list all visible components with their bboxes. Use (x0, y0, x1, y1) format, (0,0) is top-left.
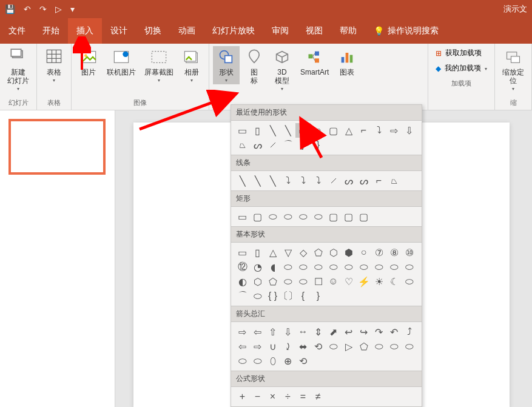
shape-item[interactable]: ♡ (341, 274, 356, 289)
shape-item[interactable]: ⬭ (265, 209, 280, 224)
shape-item[interactable]: ⬠ (265, 274, 280, 289)
shape-item[interactable]: } (295, 138, 311, 152)
shape-item[interactable]: ⑧ (386, 245, 402, 260)
save-icon[interactable]: 💾 (5, 4, 15, 14)
shape-item[interactable]: ▢ (326, 209, 341, 224)
shape-item[interactable]: ▷ (341, 339, 356, 354)
shape-item[interactable]: } (311, 138, 326, 152)
shape-item[interactable]: ⬭ (326, 260, 341, 274)
smartart-button[interactable]: SmartArt (297, 46, 332, 78)
shape-item[interactable]: ⇩ (280, 325, 295, 339)
shape-item[interactable]: ∪ (265, 339, 280, 354)
screenshot-button[interactable]: 屏幕截图 ▾ (141, 46, 177, 84)
shape-item[interactable]: ╲ (235, 173, 250, 188)
shape-item[interactable]: ◐ (235, 274, 250, 289)
new-slide-button[interactable]: 新建 幻灯片 ▾ (4, 46, 33, 93)
redo-icon[interactable]: ↷ (39, 4, 47, 14)
shape-item[interactable]: ⑫ (235, 260, 250, 274)
3d-models-button[interactable]: 3D 模型 ▾ (269, 46, 295, 93)
shape-item[interactable]: ⇩ (402, 123, 417, 138)
shape-item[interactable]: ⟋ (265, 138, 280, 152)
shape-item[interactable]: ⬡ (250, 274, 265, 289)
shape-item[interactable]: ⬭ (235, 354, 250, 368)
shape-item[interactable]: ☀ (371, 274, 386, 289)
shape-item[interactable]: ⤵ (295, 173, 311, 188)
shape-item[interactable]: ⬠ (311, 245, 326, 260)
shape-item[interactable]: ⬭ (295, 209, 311, 224)
shape-item[interactable]: ⬭ (326, 339, 341, 354)
shape-item[interactable]: ⌐ (371, 173, 386, 188)
tab-insert[interactable]: 插入 (68, 18, 102, 44)
shape-item[interactable]: ╲ (280, 123, 295, 138)
shape-item[interactable]: ○ (311, 123, 326, 138)
shape-item[interactable]: ⬭ (371, 260, 386, 274)
shape-item[interactable]: ☾ (386, 274, 402, 289)
shape-item[interactable]: ⏢ (235, 138, 250, 152)
shape-item[interactable]: ⚡ (356, 274, 371, 289)
shape-item[interactable]: ⬭ (295, 260, 311, 274)
shape-item[interactable]: ⬠ (356, 339, 371, 354)
shape-item[interactable]: ᔕ (250, 138, 265, 152)
shape-item[interactable]: ⤵ (371, 123, 386, 138)
shape-item[interactable]: ⬭ (280, 209, 295, 224)
shape-item[interactable]: ▭ (295, 123, 311, 138)
shape-item[interactable]: ⬭ (280, 260, 295, 274)
shape-item[interactable]: ⟋ (326, 173, 341, 188)
shape-item[interactable]: ⬡ (326, 245, 341, 260)
shape-item[interactable]: 〔〕 (280, 289, 295, 303)
zoom-button[interactable]: 缩放定 位 ▾ (499, 46, 528, 93)
shape-item[interactable]: ╲ (265, 173, 280, 188)
online-picture-button[interactable]: 联机图片 (103, 46, 140, 78)
shape-item[interactable]: ▢ (341, 209, 356, 224)
shape-item[interactable]: ⬭ (250, 289, 265, 303)
shape-item[interactable]: ↔ (295, 325, 311, 339)
shape-item[interactable]: ⬭ (402, 260, 417, 274)
shape-item[interactable]: ⬭ (250, 354, 265, 368)
shape-item[interactable]: ⬭ (280, 274, 295, 289)
shape-item[interactable]: ᔕ (341, 173, 356, 188)
shape-item[interactable]: ◔ (250, 260, 265, 274)
shape-item[interactable]: ⇦ (250, 325, 265, 339)
shape-item[interactable]: ⬭ (311, 260, 326, 274)
shape-item[interactable]: △ (265, 245, 280, 260)
shape-item[interactable]: ÷ (280, 389, 295, 404)
shape-item[interactable]: ◇ (295, 245, 311, 260)
slide-thumbnail-1[interactable] (8, 119, 106, 175)
icons-button[interactable]: 图 标 (241, 46, 268, 86)
shape-item[interactable]: ⬭ (356, 260, 371, 274)
shape-item[interactable]: ↩ (341, 325, 356, 339)
shapes-button[interactable]: 形状 ▾ (213, 46, 240, 84)
shape-item[interactable]: ⬌ (295, 339, 311, 354)
shape-item[interactable]: ⬭ (402, 274, 417, 289)
table-button[interactable]: 表格 ▾ (41, 46, 67, 84)
my-addins-button[interactable]: ◆ 我的加载项 ▾ (433, 61, 490, 75)
shape-item[interactable]: ◖ (265, 260, 280, 274)
shape-item[interactable]: ⬭ (402, 339, 417, 354)
shape-item[interactable]: ⬯ (265, 354, 280, 368)
shape-item[interactable]: ↷ (371, 325, 386, 339)
shape-item[interactable]: ⌒ (235, 289, 250, 303)
shape-item[interactable]: ╲ (250, 173, 265, 188)
shape-item[interactable]: ⬭ (341, 260, 356, 274)
chart-button[interactable]: 图表 (334, 46, 360, 78)
shape-item[interactable]: ⬢ (341, 245, 356, 260)
shape-item[interactable]: △ (341, 123, 356, 138)
tab-view[interactable]: 视图 (297, 18, 331, 44)
shape-item[interactable]: ⟲ (311, 339, 326, 354)
shape-item[interactable]: ▢ (356, 209, 371, 224)
tab-file[interactable]: 文件 (0, 18, 34, 44)
shape-item[interactable]: ▭ (235, 123, 250, 138)
shape-item[interactable]: + (235, 389, 250, 404)
shape-item[interactable]: ⤴ (402, 325, 417, 339)
shape-item[interactable]: ▭ (235, 209, 250, 224)
shape-item[interactable]: ⌐ (356, 123, 371, 138)
shape-item[interactable]: ⬭ (295, 274, 311, 289)
shape-item[interactable]: ⬭ (311, 209, 326, 224)
shape-item[interactable]: ⑩ (402, 245, 417, 260)
tab-transitions[interactable]: 切换 (136, 18, 170, 44)
shape-item[interactable]: ᔕ (356, 173, 371, 188)
shape-item[interactable]: ⇧ (265, 325, 280, 339)
shape-item[interactable]: ↶ (386, 325, 402, 339)
shape-item[interactable]: ▢ (326, 123, 341, 138)
shape-item[interactable]: ⟲ (295, 354, 311, 368)
